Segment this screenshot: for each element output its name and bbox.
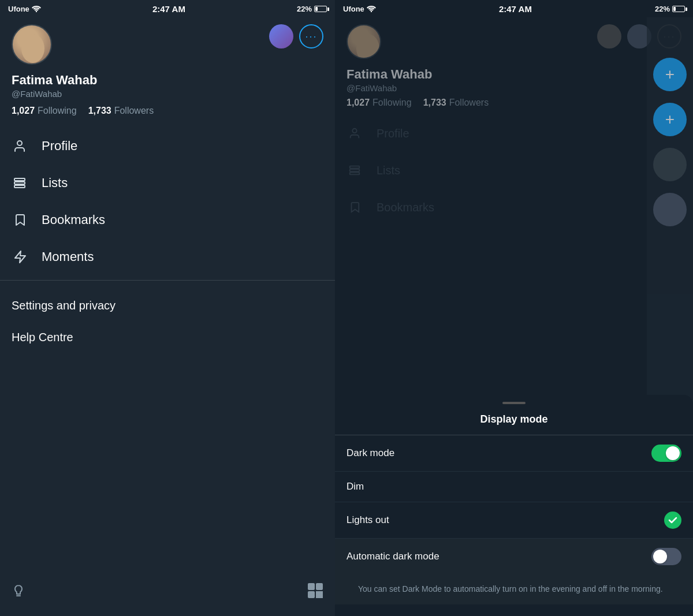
status-left-right: Ufone: [343, 5, 376, 13]
right-nav-label-profile: Profile: [377, 127, 409, 140]
left-panel: Ufone 2:47 AM 22% ···: [0, 0, 335, 616]
status-left: Ufone: [8, 5, 41, 13]
followers-stat[interactable]: 1,733 Followers: [88, 106, 154, 116]
time-left: 2:47 AM: [152, 4, 185, 14]
auto-dark-mode-label: Automatic dark mode: [346, 551, 439, 562]
battery-pct-left: 22%: [297, 5, 312, 13]
right-nav-lists: Lists: [335, 152, 693, 189]
menu-dots-button[interactable]: ···: [299, 24, 323, 48]
auto-dark-mode-row[interactable]: Automatic dark mode: [335, 539, 693, 574]
help-item[interactable]: Help Centre: [0, 322, 335, 353]
dark-mode-toggle-thumb: [666, 446, 680, 460]
svg-rect-20: [350, 169, 360, 171]
following-stat[interactable]: 1,027 Following: [12, 106, 77, 116]
svg-rect-13: [316, 592, 319, 594]
status-right-right: 22%: [655, 5, 685, 13]
right-follow-stats: 1,027 Following 1,733 Followers: [346, 98, 681, 108]
right-followers-count: 1,733: [423, 98, 446, 108]
right-user-handle: @FatiWahab: [346, 83, 681, 93]
secondary-nav: Settings and privacy Help Centre: [0, 285, 335, 358]
right-person-icon: [346, 125, 363, 141]
svg-point-18: [352, 129, 356, 133]
dark-mode-toggle[interactable]: [651, 445, 681, 462]
svg-rect-2: [14, 178, 25, 181]
small-avatar-right-1: [597, 24, 621, 48]
auto-dark-description: You can set Dark Mode to automatically t…: [346, 577, 681, 598]
auto-dark-description-container: You can set Dark Mode to automatically t…: [335, 574, 693, 604]
right-following-label: Following: [372, 98, 412, 108]
svg-marker-5: [15, 251, 25, 263]
dots-icon: ···: [305, 31, 317, 43]
bookmark-icon: [12, 212, 28, 228]
wifi-icon-left: [32, 5, 41, 12]
display-mode-sheet: Display mode Dark mode Dim Lights out Au…: [335, 395, 693, 616]
right-list-icon: [346, 162, 363, 178]
svg-point-0: [36, 11, 37, 12]
sheet-title: Display mode: [335, 413, 693, 435]
dim-row[interactable]: Dim: [335, 472, 693, 502]
avatar-left[interactable]: [12, 24, 52, 65]
nav-label-profile: Profile: [42, 139, 77, 154]
dim-label: Dim: [346, 481, 364, 492]
right-nav-profile: Profile: [335, 115, 693, 152]
carrier-right: Ufone: [343, 5, 364, 13]
nav-label-moments: Moments: [42, 249, 94, 264]
nav-label-bookmarks: Bookmarks: [42, 212, 105, 227]
bulb-icon[interactable]: [12, 584, 25, 601]
nav-item-bookmarks[interactable]: Bookmarks: [0, 201, 335, 238]
qr-icon[interactable]: [307, 583, 323, 602]
svg-rect-3: [14, 182, 25, 184]
add-circle-2: +: [653, 103, 687, 136]
small-avatar-left[interactable]: [269, 24, 293, 48]
dark-mode-label: Dark mode: [346, 447, 394, 459]
svg-rect-14: [320, 592, 322, 594]
svg-point-17: [371, 11, 372, 12]
right-nav-menu: Profile Lists Bookmarks: [335, 115, 693, 226]
dark-mode-row[interactable]: Dark mode: [335, 435, 693, 472]
right-nav-bookmarks: Bookmarks: [335, 189, 693, 226]
add-circle-1: +: [653, 58, 687, 91]
left-status-bar: Ufone 2:47 AM 22%: [0, 0, 335, 17]
settings-item[interactable]: Settings and privacy: [0, 290, 335, 322]
followers-label: Followers: [114, 106, 154, 116]
right-user-info: Fatima Wahab @FatiWahab 1,027 Following …: [335, 65, 693, 115]
lights-out-check: [664, 512, 681, 529]
svg-rect-19: [350, 166, 360, 169]
lights-out-label: Lights out: [346, 514, 389, 526]
auto-dark-mode-toggle[interactable]: [651, 548, 681, 565]
avatar-right: [346, 24, 381, 59]
right-followers-stat: 1,733 Followers: [423, 98, 489, 108]
right-following-stat: 1,027 Following: [346, 98, 412, 108]
circle-4: [653, 193, 687, 226]
svg-rect-4: [14, 185, 25, 188]
nav-item-profile[interactable]: Profile: [0, 128, 335, 165]
followers-count: 1,733: [88, 106, 111, 116]
svg-rect-15: [316, 595, 319, 598]
bottom-bar-left: [0, 573, 335, 616]
svg-rect-16: [320, 595, 322, 598]
right-nav-label-lists: Lists: [377, 164, 400, 177]
bolt-icon: [12, 249, 28, 265]
nav-item-moments[interactable]: Moments: [0, 238, 335, 275]
battery-icon-right: [672, 6, 685, 12]
nav-item-lists[interactable]: Lists: [0, 165, 335, 201]
carrier-left: Ufone: [8, 5, 29, 13]
lights-out-row[interactable]: Lights out: [335, 502, 693, 539]
profile-header-left: ···: [0, 17, 335, 70]
right-following-count: 1,027: [346, 98, 370, 108]
right-status-bar: Ufone 2:47 AM 22%: [335, 0, 693, 17]
svg-rect-21: [350, 173, 360, 175]
svg-rect-8: [310, 585, 313, 588]
nav-menu-left: Profile Lists Bookmarks: [0, 123, 335, 573]
right-nav-label-bookmarks: Bookmarks: [377, 201, 434, 214]
user-name-left: Fatima Wahab: [12, 73, 323, 88]
user-handle-left: @FatiWahab: [12, 89, 323, 99]
person-icon: [12, 138, 28, 154]
divider-left: [0, 280, 335, 281]
sheet-handle: [502, 402, 526, 404]
follow-stats-left: 1,027 Following 1,733 Followers: [12, 106, 323, 116]
following-label: Following: [38, 106, 77, 116]
following-count: 1,027: [12, 106, 35, 116]
auto-dark-mode-toggle-thumb: [653, 550, 667, 563]
nav-label-lists: Lists: [42, 176, 68, 191]
